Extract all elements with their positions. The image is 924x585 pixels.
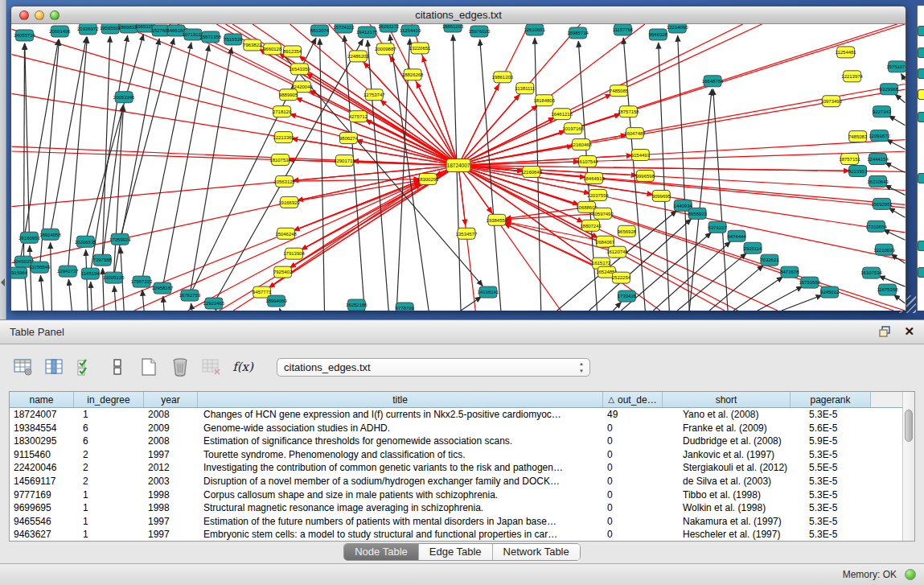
network-canvas[interactable]: 2405572420691406219269721956550018698331… [11,24,906,311]
table-cell[interactable]: 1 [74,501,144,515]
table-cell[interactable]: 18300295 [10,435,74,448]
table-cell[interactable]: 5.3E-5 [791,448,871,462]
table-cell[interactable]: 0 [603,448,663,462]
column-header-short[interactable]: short [663,392,791,407]
table-cell[interactable]: Yano et al. (2008) [663,408,791,422]
delete-table-icon[interactable] [170,356,191,377]
table-row[interactable]: 969969511998Structural magnetic resonanc… [10,501,902,515]
table-cell[interactable]: 9465546 [10,515,74,529]
table-cell[interactable]: 0 [603,435,663,448]
table-cell[interactable]: 5.6E-5 [791,422,871,435]
zoom-window-button[interactable] [50,10,60,20]
table-cell[interactable]: 1 [74,528,144,541]
float-panel-icon[interactable] [878,325,893,338]
column-header-in_degree[interactable]: in_degree [74,392,144,407]
table-cell[interactable]: 5.3E-5 [791,515,871,529]
table-cell[interactable]: 0 [603,422,663,435]
tab-edge-table[interactable]: Edge Table [419,544,493,560]
table-cell[interactable]: Nakamura et al. (1997) [663,515,791,529]
table-cell[interactable]: 2008 [144,408,198,422]
table-cell[interactable]: 14569117 [10,475,74,488]
table-cell[interactable]: 1 [74,408,144,422]
table-cell[interactable]: 0 [603,488,663,502]
row-height-icon[interactable] [107,356,128,377]
table-cell[interactable]: Disruption of a novel member of a sodium… [198,475,603,488]
table-cell[interactable]: 5.9E-5 [791,435,871,448]
table-cell[interactable]: 2 [74,461,144,475]
select-columns-icon[interactable] [76,356,97,377]
table-row[interactable]: 1830029562008Estimation of significance … [10,435,902,448]
table-cell[interactable]: 1998 [144,501,198,515]
column-settings-icon[interactable] [44,356,65,377]
table-cell[interactable]: 9463627 [10,528,74,541]
column-header-pagerank[interactable]: pagerank [791,392,871,407]
scrollbar-thumb[interactable] [905,410,913,442]
tab-node-table[interactable]: Node Table [344,544,419,560]
network-canvas-svg[interactable]: 2405572420691406219269721956550018698331… [11,24,906,311]
table-cell[interactable]: Tourette syndrome. Phenomenology and cla… [198,448,603,462]
table-cell[interactable]: Estimation of the future numbers of pati… [198,515,603,529]
table-cell[interactable]: 9699695 [10,501,74,515]
table-row[interactable]: 946362711997Embryonic stem cells: a mode… [10,528,902,541]
close-panel-icon[interactable]: ✕ [904,325,914,338]
table-cell[interactable]: 2012 [144,461,198,475]
minimize-window-button[interactable] [35,10,44,20]
table-row[interactable]: 1938455462009Genome-wide association stu… [10,422,902,435]
table-row[interactable]: 1872400712008Changes of HCN gene express… [10,408,902,422]
tab-network-table[interactable]: Network Table [493,544,580,560]
table-row[interactable]: 911546021997Tourette syndrome. Phenomeno… [10,448,902,462]
column-header-out_de[interactable]: △out_de… [603,392,663,407]
table-cell[interactable]: 0 [603,528,663,541]
window-titlebar[interactable]: citations_edges.txt [11,6,906,24]
network-view-window[interactable]: citations_edges.txt 24055724206914062192… [10,6,906,311]
table-cell[interactable]: 5.3E-5 [791,475,871,488]
table-cell[interactable]: 19384554 [10,422,74,435]
table-cell[interactable]: 5.5E-5 [791,461,871,475]
table-selector-dropdown[interactable]: citations_edges.txt ▲▼ [277,358,590,377]
table-cell[interactable]: 2 [74,475,144,488]
column-header-year[interactable]: year [144,392,198,407]
table-settings-icon[interactable] [13,356,34,377]
table-cell[interactable]: Investigating the contribution of common… [198,461,603,475]
table-cell[interactable]: Hescheler et al. (1997) [663,528,791,541]
table-cell[interactable]: 1997 [144,448,198,462]
collapse-panel-arrow-icon[interactable] [1,278,5,286]
table-cell[interactable]: Tibbo et al. (1998) [663,488,791,502]
table-cell[interactable]: Jankovic et al. (1997) [663,448,791,462]
table-row[interactable]: 1456911722003Disruption of a novel membe… [10,475,902,488]
close-window-button[interactable] [19,10,29,20]
table-cell[interactable]: 6 [74,435,144,448]
table-cell[interactable]: 9115460 [10,448,74,462]
create-table-icon[interactable] [138,356,159,377]
table-cell[interactable]: 1 [74,488,144,502]
table-cell[interactable]: Franke et al. (2009) [663,422,791,435]
table-cell[interactable]: 5.3E-5 [791,488,871,502]
column-header-title[interactable]: title [198,392,603,407]
table-cell[interactable]: Wolkin et al. (1998) [663,501,791,515]
table-cell[interactable]: Embryonic stem cells: a model to study s… [198,528,603,541]
table-cell[interactable]: Dudbridge et al. (2008) [663,435,791,448]
table-cell[interactable]: 0 [603,501,663,515]
vertical-scrollbar[interactable] [902,392,914,541]
table-cell[interactable]: Structural magnetic resonance image aver… [198,501,603,515]
table-cell[interactable]: Estimation of significance thresholds fo… [198,435,603,448]
table-cell[interactable]: 2009 [144,422,198,435]
table-cell[interactable]: 2 [74,448,144,462]
table-cell[interactable]: Genome-wide association studies in ADHD. [198,422,603,435]
table-cell[interactable]: 5.3E-5 [791,528,871,541]
table-cell[interactable]: 1997 [144,528,198,541]
table-cell[interactable]: 22420046 [10,461,74,475]
table-cell[interactable]: 0 [603,461,663,475]
table-cell[interactable]: 49 [603,408,663,422]
table-cell[interactable]: 1 [74,515,144,529]
table-cell[interactable]: Stergiakouli et al. (2012) [663,461,791,475]
table-cell[interactable]: Changes of HCN gene expression and I(f) … [198,408,603,422]
table-cell[interactable]: 5.3E-5 [791,408,871,422]
table-cell[interactable]: de Silva et al. (2003) [663,475,791,488]
table-cell[interactable]: 0 [603,475,663,488]
table-cell[interactable]: 9777169 [10,488,74,502]
table-row[interactable]: 946554611997Estimation of the future num… [10,515,902,529]
table-cell[interactable]: 2008 [144,435,198,448]
table-cell[interactable]: Corpus callosum shape and size in male p… [198,488,603,502]
memory-status-icon[interactable] [905,569,916,580]
